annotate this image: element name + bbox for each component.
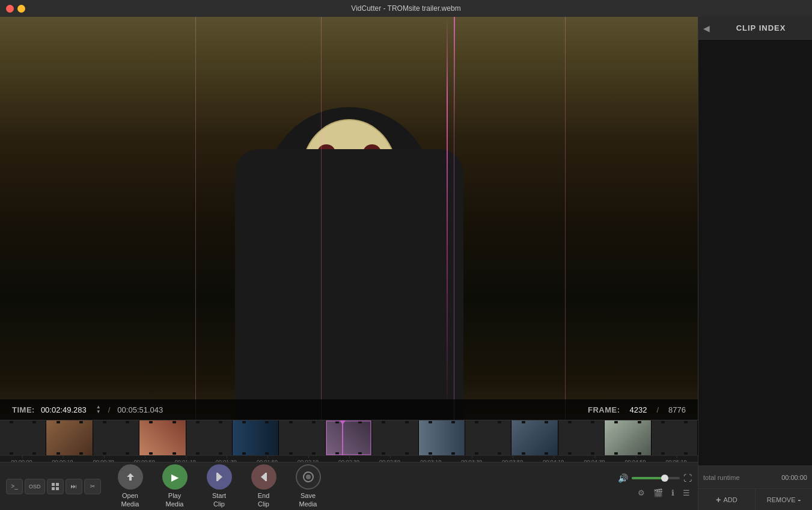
ruler-mark-9: 00:02:59 [370,459,411,462]
frame-current: 4232 [630,405,647,414]
svg-rect-3 [56,487,59,490]
fullscreen-button[interactable]: ⛶ [683,473,692,483]
scanline-2 [321,17,322,420]
time-current: 00:02:49.283 [41,405,87,414]
filmstrip-frame-15 [652,420,698,455]
end-clip-button[interactable]: EndClip [243,461,285,510]
figure-hoodie [235,149,463,420]
ruler-mark-4: 00:01:19 [165,459,206,462]
video-content [0,17,698,420]
terminal-btn[interactable]: >_ [6,479,23,494]
left-panel: TIME: 00:02:49.283 ▲ ▼ / 00:05:51.043 FR… [0,17,698,510]
timeline-ruler: 00:00:00 00:00:19 00:00:39 00:00:59 00:0… [0,455,698,462]
video-area[interactable]: TIME: 00:02:49.283 ▲ ▼ / 00:05:51.043 FR… [0,17,698,420]
save-media-button[interactable]: SaveMedia [287,461,329,510]
clip-index-title: CLIP INDEX [715,23,807,32]
volume-knob[interactable] [661,475,668,482]
filmstrip-frame-9 [372,420,418,455]
playhead[interactable] [342,420,343,455]
frame-separator: / [656,405,659,414]
scanline-1 [195,17,196,420]
play-media-icon [162,464,188,490]
filmstrip-frame-3 [93,420,139,455]
time-label: TIME: [12,405,35,414]
play-media-label: PlayMedia [166,492,184,508]
time-total: 00:05:51.043 [117,405,163,414]
ruler-mark-8: 00:02:39 [329,459,370,462]
ruler-mark-12: 00:03:59 [492,459,533,462]
remove-label: REMOVE [767,496,796,503]
filmstrip-frame-13 [558,420,605,455]
clip-index-header: ◀ CLIP INDEX [698,17,812,40]
start-clip-button[interactable]: StartClip [198,461,240,510]
video-figure-body [205,71,493,420]
time-separator: / [108,405,111,414]
ruler-mark-10: 00:03:19 [411,459,451,462]
remove-clip-button[interactable]: REMOVE - [756,489,812,510]
window-controls[interactable] [6,5,25,13]
main-layout: TIME: 00:02:49.283 ▲ ▼ / 00:05:51.043 FR… [0,17,812,510]
list-icon[interactable]: ☰ [681,487,692,499]
ruler-mark-2: 00:00:39 [83,459,124,462]
time-adjuster[interactable]: ▲ ▼ [96,405,101,414]
svg-point-9 [306,475,311,479]
start-clip-icon [207,464,232,490]
save-media-icon [296,464,321,490]
close-button[interactable] [6,5,14,13]
osd-btn[interactable]: OSD [25,479,45,494]
clip-index-back-button[interactable]: ◀ [703,23,710,33]
end-clip-label: EndClip [258,492,270,508]
ruler-mark-3: 00:00:59 [124,459,165,462]
filmstrip-container [0,420,698,455]
titlebar: VidCutter - TROMsite trailer.webm [0,0,812,17]
clip-index-list[interactable] [698,40,812,465]
open-media-button[interactable]: OpenMedia [109,461,151,510]
grid-btn[interactable] [47,479,64,494]
skip-end-btn[interactable]: ⏭ [66,479,82,494]
filmstrip-frame-6 [233,420,279,455]
filmstrip-frame-8 [326,420,372,455]
ruler-mark-5: 00:01:39 [206,459,246,462]
filmstrip-frame-7 [279,420,325,455]
ruler-mark-7: 00:02:19 [287,459,328,462]
svg-marker-4 [218,473,222,481]
ruler-mark-13: 00:04:19 [533,459,574,462]
cut-btn[interactable]: ✂ [84,479,101,494]
settings-icon[interactable]: ⚙ [636,487,647,499]
add-label: ADD [723,496,737,503]
svg-rect-0 [52,483,55,486]
ruler-mark-15: 00:04:59 [615,459,656,462]
ruler-mark-0: 00:00:00 [1,459,42,462]
ruler-mark-16: 00:05:19 [656,459,697,462]
filmstrip-frame-2 [46,420,93,455]
ruler-mark-6: 00:01:59 [246,459,287,462]
filmstrip-frame-4 [139,420,186,455]
right-controls: 🔊 ⛶ ⚙ 🎬 ℹ ☰ [618,473,692,499]
start-clip-label: StartClip [212,492,226,508]
add-clip-button[interactable]: + ADD [698,489,756,510]
svg-rect-2 [52,487,55,490]
play-triangle-icon [171,472,179,483]
time-down-icon[interactable]: ▼ [96,410,101,414]
open-media-label: OpenMedia [121,492,139,508]
scanline-4 [565,17,566,420]
time-bar: TIME: 00:02:49.283 ▲ ▼ / 00:05:51.043 FR… [0,399,698,420]
runtime-value: 00:00:00 [781,474,807,481]
runtime-label: total runtime [703,474,777,481]
runtime-bar: total runtime 00:00:00 [698,465,812,488]
clip-actions: + ADD REMOVE - [698,488,812,510]
volume-fill [632,477,663,479]
svg-rect-1 [56,483,59,486]
info-icon[interactable]: ℹ [670,487,676,499]
minus-icon: - [798,495,801,505]
svg-marker-6 [261,473,266,481]
volume-slider[interactable] [632,477,680,479]
camera-icon[interactable]: 🎬 [652,487,665,499]
minimize-button[interactable] [17,5,25,13]
filmstrip-frame-10 [419,420,465,455]
filmstrip-frame-14 [605,420,651,455]
timeline-strip[interactable]: 00:00:00 00:00:19 00:00:39 00:00:59 00:0… [0,420,698,462]
util-buttons: >_ OSD ⏭ ✂ [6,479,101,494]
filmstrip-frame-1 [0,420,46,455]
play-media-button[interactable]: PlayMedia [154,461,196,510]
